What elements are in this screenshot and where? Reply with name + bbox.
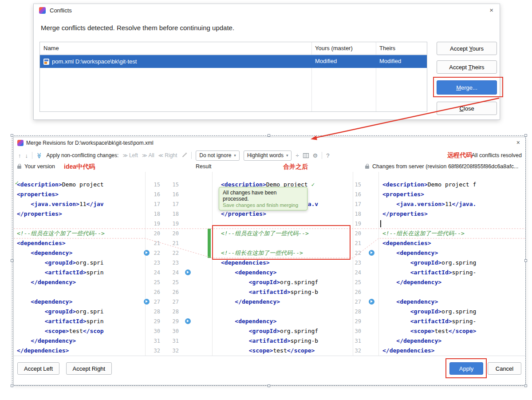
line-number: 27 <box>168 297 179 307</box>
left-code-pane[interactable]: <description>Demo project<properties> <j… <box>14 172 146 356</box>
code-line: <dependencies> <box>382 238 431 248</box>
code-line: <groupId>org.spring <box>382 307 476 317</box>
magic-resolve-icon[interactable] <box>181 152 187 158</box>
conflict-file-row[interactable]: pom.xml D:\workspace\bk\git-test Modifie… <box>40 55 427 68</box>
line-number: 26 <box>150 287 160 297</box>
ignore-policy-dropdown[interactable]: Do not ignore▾ <box>196 150 240 161</box>
code-line: <!--组长在这加了一些代码--> <box>221 248 303 258</box>
line-number: 22 <box>150 248 160 258</box>
column-header-name[interactable]: Name <box>43 42 59 55</box>
apply-change-icon[interactable] <box>185 318 191 324</box>
settings-gear-icon[interactable]: ⚙ <box>313 152 318 159</box>
accept-theirs-button[interactable]: Accept Theirs <box>437 60 497 74</box>
code-line: <java.version>11</jav <box>17 199 104 209</box>
conflicts-resolved-status: All conflicts resolved <box>472 152 522 158</box>
changes-processed-tooltip[interactable]: All changes have been processed. Save ch… <box>219 187 307 210</box>
next-change-icon[interactable]: ↓ <box>25 152 28 159</box>
apply-all-button[interactable]: ≫All <box>142 152 154 158</box>
tooltip-line2[interactable]: Save changes and finish merging <box>223 202 303 208</box>
line-number: 31 <box>150 336 160 346</box>
apply-change-icon[interactable] <box>369 299 374 305</box>
result-pane-header: Result <box>196 163 211 170</box>
merge-button[interactable]: Merge... <box>437 80 497 95</box>
help-icon[interactable]: ? <box>326 152 329 159</box>
changes-applied-icon: ✓ <box>15 180 19 186</box>
line-number: 17 <box>150 199 160 209</box>
apply-left-button[interactable]: ≫Left <box>122 152 138 158</box>
line-number: 18 <box>168 209 179 219</box>
code-line: <dependency> <box>382 297 438 307</box>
readonly-lock-icon <box>365 166 369 169</box>
close-icon[interactable]: × <box>516 139 520 146</box>
line-number: 19 <box>150 219 160 229</box>
line-number: 32 <box>168 346 179 356</box>
line-number: 24 <box>168 268 179 277</box>
line-number: 29 <box>150 317 160 326</box>
line-number: 21 <box>168 238 179 248</box>
apply-change-icon[interactable] <box>144 299 150 305</box>
apply-nonconflicting-label: Apply non-conflicting changes: <box>47 152 119 158</box>
merge-revisions-window: Merge Revisions for D:\workspace\bk\git-… <box>13 137 526 385</box>
yours-status: Modified <box>315 55 337 67</box>
apply-change-icon[interactable] <box>369 250 374 256</box>
code-line: <groupId>org.spri <box>17 258 104 268</box>
close-button[interactable]: Close <box>437 102 497 115</box>
highlight-policy-dropdown[interactable]: Highlight words▾ <box>244 150 292 161</box>
conflicts-dialog: Conflicts × Merge conflicts detected. Re… <box>33 4 500 120</box>
code-line: <groupId>org.spring <box>382 258 476 268</box>
table-header: Name Yours (master) Theirs (origin/maste… <box>40 42 427 55</box>
line-number: 19 <box>168 219 179 229</box>
accept-left-button[interactable]: Accept Left <box>17 362 59 375</box>
right-code-pane[interactable]: <description>Demo project f<properties> … <box>378 172 525 356</box>
code-line: <!--组长在这加了一些代码--> <box>382 229 465 238</box>
close-icon[interactable]: × <box>489 6 493 14</box>
apply-right-button[interactable]: ≪Right <box>158 152 177 158</box>
code-line: <scope>test</scop <box>17 326 104 336</box>
apply-change-icon[interactable] <box>185 269 191 275</box>
annotation-remote-code: 远程代码 <box>447 151 472 159</box>
code-line: <scope>test</scope> <box>382 326 476 336</box>
line-number: 20 <box>168 229 179 238</box>
cancel-button[interactable]: Cancel <box>488 362 521 375</box>
toolbar-separator <box>322 152 322 159</box>
conflicts-titlebar[interactable]: Conflicts × <box>34 4 500 17</box>
line-number: 22 <box>168 248 179 258</box>
code-line: </dependencies> <box>17 346 69 356</box>
line-number: 25 <box>150 277 160 287</box>
code-line: <properties> <box>17 190 59 199</box>
code-line: <java.version>11</java. <box>382 199 476 209</box>
conflicts-message: Merge conflicts detected. Resolve them b… <box>41 24 234 32</box>
code-line: <!--组员在这个加了一些代码--> <box>221 229 309 238</box>
merge-window-icon <box>17 140 24 146</box>
code-line: </dependency> <box>17 277 76 287</box>
line-number: 18 <box>150 209 160 219</box>
code-line: <properties> <box>382 190 424 199</box>
prev-change-icon[interactable]: ↑ <box>18 152 21 159</box>
apply-button[interactable]: Apply <box>449 362 483 375</box>
line-number: 15 <box>168 180 179 190</box>
toolbar-separator <box>191 152 192 159</box>
line-number: 27 <box>351 297 361 307</box>
line-number: 29 <box>351 317 361 326</box>
conflicts-table: Name Yours (master) Theirs (origin/maste… <box>39 42 427 112</box>
line-number: 15 <box>150 180 160 190</box>
line-number: 26 <box>351 287 361 297</box>
apply-all-nonconflicting-icon[interactable]: ≫ <box>36 152 43 158</box>
code-line: <artifactId>spring-b <box>221 287 318 297</box>
layout-columns-icon[interactable] <box>303 153 309 158</box>
line-number: 16 <box>150 190 160 199</box>
line-number: 32 <box>150 346 160 356</box>
merge-titlebar[interactable]: Merge Revisions for D:\workspace\bk\git-… <box>14 137 525 149</box>
collapse-unchanged-icon[interactable]: ÷ <box>296 152 299 159</box>
line-number: 32 <box>351 346 361 356</box>
column-header-yours[interactable]: Yours (master) <box>315 42 353 55</box>
line-number: 28 <box>150 307 160 317</box>
merge-bottom-bar: Accept Left Accept Right Apply Cancel <box>14 356 525 385</box>
apply-change-icon[interactable] <box>144 250 150 256</box>
dialog-app-icon <box>39 7 46 14</box>
chevrons-left-icon: ≪ <box>158 153 164 158</box>
code-line: <!--组员在这个加了一些代码--> <box>17 229 105 238</box>
accept-yours-button[interactable]: Accept Yours <box>437 42 497 55</box>
accept-right-button[interactable]: Accept Right <box>66 362 112 375</box>
theirs-status: Modified <box>379 55 401 67</box>
